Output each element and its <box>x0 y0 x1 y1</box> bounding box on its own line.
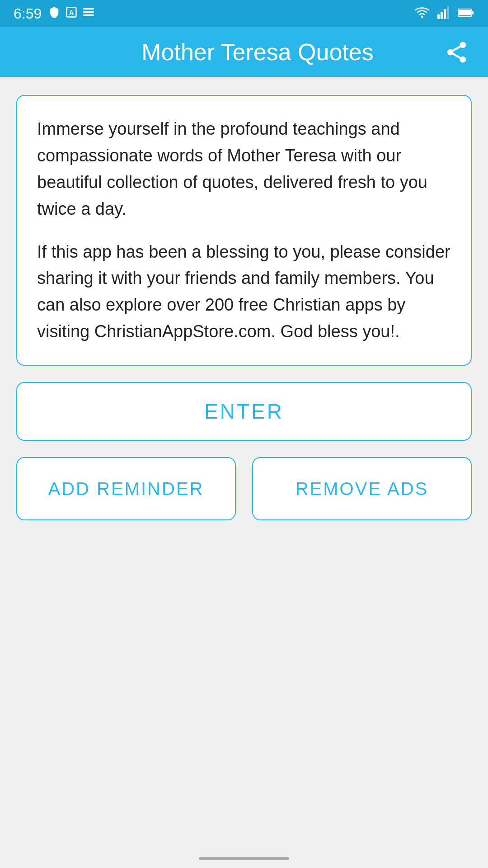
battery-icon <box>458 8 474 19</box>
svg-point-14 <box>447 49 453 55</box>
add-reminder-label: ADD REMINDER <box>48 479 204 499</box>
add-reminder-button[interactable]: ADD REMINDER <box>16 457 236 520</box>
svg-rect-7 <box>441 12 443 19</box>
main-content: Immerse yourself in the profound teachin… <box>0 77 488 538</box>
share-button[interactable] <box>443 38 470 66</box>
bottom-nav-indicator <box>199 857 289 860</box>
button-row: ADD REMINDER REMOVE ADS <box>16 457 472 520</box>
description-paragraph1: Immerse yourself in the profound teachin… <box>37 116 451 222</box>
status-icons: A <box>48 6 95 21</box>
svg-point-5 <box>421 16 423 18</box>
svg-text:A: A <box>69 9 74 16</box>
status-bar-right <box>414 6 474 21</box>
remove-ads-label: REMOVE ADS <box>296 479 429 499</box>
font-icon: A <box>65 6 78 21</box>
enter-button-label: ENTER <box>204 399 284 424</box>
svg-rect-2 <box>84 8 94 10</box>
svg-rect-6 <box>437 14 440 19</box>
wifi-icon <box>414 6 430 21</box>
svg-rect-11 <box>472 11 474 14</box>
status-bar: 6:59 A <box>0 0 488 27</box>
svg-line-17 <box>453 46 460 50</box>
status-bar-left: 6:59 A <box>14 5 95 22</box>
description-text: Immerse yourself in the profound teachin… <box>37 116 451 345</box>
svg-line-16 <box>453 53 460 57</box>
shield-icon <box>48 6 61 21</box>
status-time: 6:59 <box>14 5 42 22</box>
remove-ads-button[interactable]: REMOVE ADS <box>252 457 472 520</box>
menu-icon <box>82 6 95 21</box>
svg-rect-8 <box>444 9 446 19</box>
svg-rect-9 <box>447 6 449 19</box>
app-bar: Mother Teresa Quotes <box>0 27 488 77</box>
svg-point-13 <box>460 42 466 48</box>
enter-button[interactable]: ENTER <box>16 382 472 441</box>
app-title: Mother Teresa Quotes <box>72 38 443 66</box>
svg-point-15 <box>460 56 466 62</box>
signal-icon <box>437 6 451 21</box>
svg-rect-12 <box>459 10 471 15</box>
description-card: Immerse yourself in the profound teachin… <box>16 95 472 366</box>
svg-rect-4 <box>84 14 94 16</box>
description-paragraph2: If this app has been a blessing to you, … <box>37 239 451 345</box>
svg-rect-3 <box>84 11 94 13</box>
